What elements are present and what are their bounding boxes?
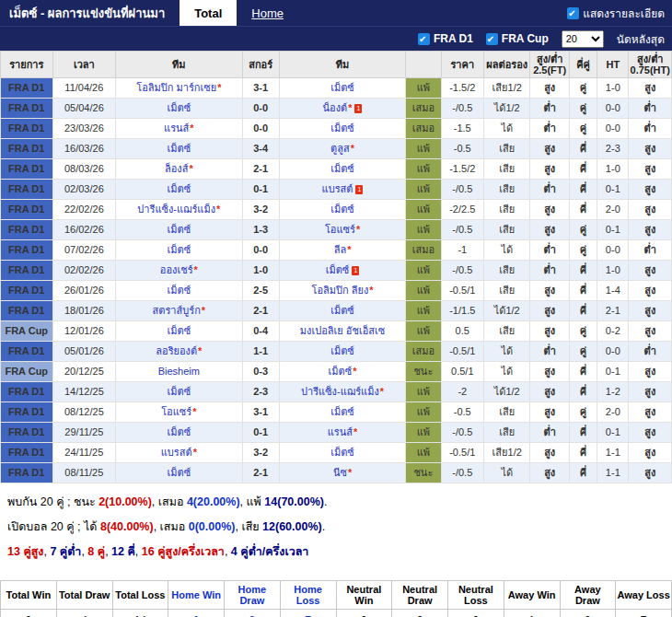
match-score: 0-0 xyxy=(242,240,279,261)
handicap-result: เสีย xyxy=(483,200,529,220)
handicap-price: -1.5/2 xyxy=(441,159,483,180)
team-link[interactable]: เม็ตซ์ xyxy=(168,467,191,478)
column-header: สกอร์ xyxy=(242,52,279,78)
league-badge: FRA D1 xyxy=(1,443,53,463)
tab-total[interactable]: Total xyxy=(180,0,237,26)
team-link[interactable]: สตราส์บูร์ก xyxy=(153,305,201,316)
show-details-group: แสดงรายละเอียด xyxy=(567,0,672,26)
team-link[interactable]: เม็ตซ์ xyxy=(330,345,354,356)
match-result: แพ้ xyxy=(406,402,441,423)
team-link[interactable]: นีซ xyxy=(333,467,347,478)
over-under-ft: ต่ำ xyxy=(530,423,569,443)
summary-segment: , xyxy=(225,545,231,558)
match-row: FRA D108/11/25เม็ตซ์2-1นีซ*ชนะ-/0.5ได้สู… xyxy=(1,463,672,483)
match-result: แพ้ xyxy=(406,220,441,240)
stats-count-cell: 14 xyxy=(112,610,168,617)
team-link[interactable]: โอแซร์ xyxy=(325,224,355,235)
match-date: 24/11/25 xyxy=(52,443,116,463)
team-link[interactable]: ปารีแซ็ง-แฌร์แม็ง xyxy=(301,386,379,397)
over-under-ft: สูง xyxy=(530,321,569,342)
team-link[interactable]: ปารีแซ็ง-แฌร์แม็ง xyxy=(137,204,215,215)
star-marker: * xyxy=(353,366,356,377)
team-link[interactable]: โอแซร์ xyxy=(161,406,191,417)
star-marker: * xyxy=(369,285,373,296)
match-row: FRA D108/03/26ล็องส์*2-1เม็ตซ์แพ้-1.5/2เ… xyxy=(1,159,672,180)
team-link[interactable]: เม็ตซ์ xyxy=(330,305,354,316)
show-details-checkbox[interactable] xyxy=(567,7,579,19)
team-link[interactable]: ลีล xyxy=(334,244,346,255)
half-time-score: 1-0 xyxy=(597,78,629,99)
handicap-price: -0.5 xyxy=(441,139,483,159)
team-link[interactable]: เม็ตซ์ xyxy=(330,406,354,417)
red-card-icon: 1 xyxy=(355,185,363,194)
team-link[interactable]: โอลิมปิก ลียง xyxy=(312,285,369,296)
summary-segment: 12(60.00%) xyxy=(262,520,322,533)
team-link[interactable]: เม็ตซ์ xyxy=(168,244,191,255)
team-link[interactable]: แบรสต์ xyxy=(322,183,353,194)
match-row: FRA D129/11/25เม็ตซ์0-1แรนส์*แพ้-/0.5เสี… xyxy=(1,423,672,443)
summary-segment: 2(10.00%) xyxy=(98,495,152,508)
team-cell: โอลิมปิก ลียง* xyxy=(279,281,405,301)
match-result: เสมอ xyxy=(406,99,441,119)
team-link[interactable]: เม็ตซ์ xyxy=(168,426,191,437)
handicap-result: ได้ xyxy=(483,362,529,382)
handicap-result: เสีย xyxy=(483,180,529,200)
team-link[interactable]: เม็ตซ์ xyxy=(168,224,191,235)
odd-even: คู่ xyxy=(569,321,597,342)
tab-home[interactable]: Home xyxy=(237,0,298,26)
team-link[interactable]: แบรสต์ xyxy=(161,447,192,458)
match-row: FRA Cup20/12/25Biesheim0-3เม็ตซ์*ชนะ0.5/… xyxy=(1,362,672,382)
team-link[interactable]: เม็ตซ์ xyxy=(329,366,353,377)
team-link[interactable]: เม็ตซ์ xyxy=(168,325,191,336)
league-badge: FRA D1 xyxy=(1,240,53,261)
match-score: 0-0 xyxy=(242,119,279,139)
team-link[interactable]: ล็องส์ xyxy=(165,163,188,174)
team-link[interactable]: เม็ตซ์ xyxy=(168,183,191,194)
odd-even: คี่ xyxy=(569,261,597,281)
match-date: 20/12/25 xyxy=(52,362,116,382)
odd-even: คี่ xyxy=(569,139,597,159)
match-result: แพ้ xyxy=(406,78,441,99)
team-cell: โอลิมปิก มาร์กเซย* xyxy=(116,78,242,99)
match-result: แพ้ xyxy=(406,159,441,180)
half-time-score: 2-0 xyxy=(597,402,629,423)
team-link[interactable]: มงเปอลิเย อัชเอ็สเซ xyxy=(300,325,385,336)
column-header: ทีม xyxy=(279,52,405,78)
team-link[interactable]: น็องต์ xyxy=(323,102,348,113)
star-marker: * xyxy=(193,447,197,458)
stats-counts-row: 2414127000127 xyxy=(1,610,672,617)
team-link[interactable]: ตูลูส xyxy=(330,143,350,154)
team-link[interactable]: เม็ตซ์ xyxy=(330,163,354,174)
team-link[interactable]: โอลิมปิก มาร์กเซย xyxy=(136,82,216,93)
team-link[interactable]: ลอริยองต์ xyxy=(156,345,197,356)
match-row: FRA D102/03/26เม็ตซ์0-1แบรสต์1แพ้-/0.5เส… xyxy=(1,180,672,200)
stats-header-cell: Neutral Loss xyxy=(448,581,504,610)
team-cell: แรนส์* xyxy=(279,423,405,443)
team-link[interactable]: เม็ตซ์ xyxy=(168,285,191,296)
team-link[interactable]: อองเชร์ xyxy=(160,264,193,275)
results-header-row: รายการเวลาทีมสกอร์ทีมราคาผลต่อรองสูง/ต่ำ… xyxy=(1,52,672,78)
team-link[interactable]: เม็ตซ์ xyxy=(168,143,191,154)
team-link[interactable]: เม็ตซ์ xyxy=(330,204,354,215)
team-link[interactable]: แรนส์ xyxy=(328,426,353,437)
team-link[interactable]: เม็ตซ์ xyxy=(330,447,354,458)
match-row: FRA D111/04/26โอลิมปิก มาร์กเซย*3-1เม็ตซ… xyxy=(1,78,672,99)
odd-even: คี่ xyxy=(569,180,597,200)
team-link[interactable]: เม็ตซ์ xyxy=(330,82,354,93)
over-under-ht: สูง xyxy=(629,402,672,423)
over-under-ht: ต่ำ xyxy=(629,240,672,261)
team-link[interactable]: เม็ตซ์ xyxy=(330,122,354,134)
summary-segment: 8 คู่ xyxy=(87,545,105,558)
team-cell: เม็ตซ์ xyxy=(279,78,405,99)
fra-d1-checkbox[interactable] xyxy=(418,33,430,45)
team-link[interactable]: Biesheim xyxy=(158,366,200,377)
match-count-select[interactable]: 20 xyxy=(562,30,604,48)
team-link[interactable]: เม็ตซ์ xyxy=(168,386,191,397)
team-cell: เม็ตซ์1 xyxy=(279,261,405,281)
team-link[interactable]: เม็ตซ์ xyxy=(326,264,350,275)
fra-cup-checkbox[interactable] xyxy=(486,33,498,45)
team-link[interactable]: แรนส์ xyxy=(164,122,189,134)
summary-line: พบกัน 20 คู่ ; ชนะ 2(10.00%), เสมอ 4(20.… xyxy=(7,493,665,511)
summary-segment: 16 คู่สูง/ครึ่งเวลา xyxy=(142,545,225,558)
team-link[interactable]: เม็ตซ์ xyxy=(168,102,191,113)
